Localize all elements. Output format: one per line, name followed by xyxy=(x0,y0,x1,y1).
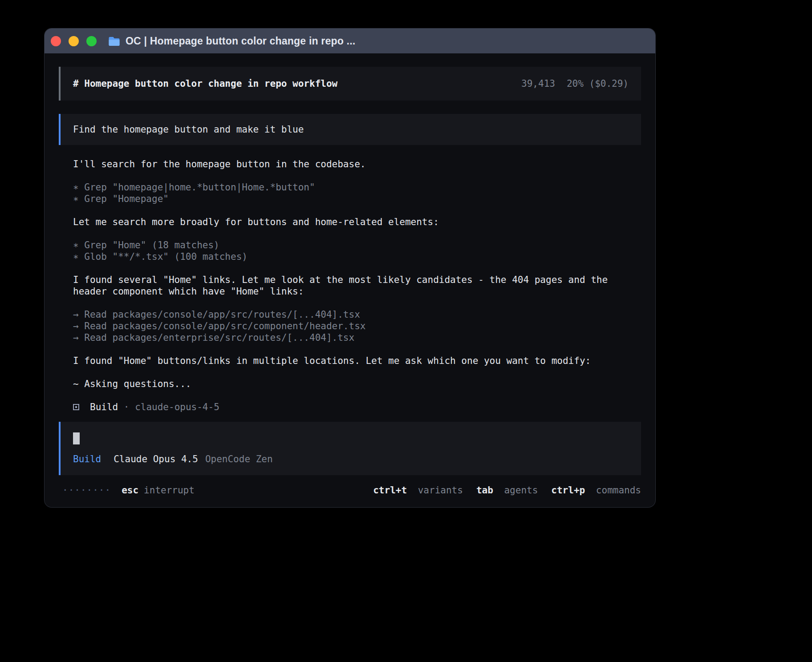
transcript-text: I found "Home" buttons/links in multiple… xyxy=(73,355,591,366)
traffic-lights xyxy=(51,36,97,46)
transcript-line: ∗ Grep "Homepage" xyxy=(73,193,641,205)
transcript-text: header component which have "Home" links… xyxy=(73,286,304,297)
session-header: # Homepage button color change in repo w… xyxy=(59,67,641,101)
transcript-text: ∗ Grep "Home" (18 matches) xyxy=(73,240,219,250)
transcript-text: ∗ Glob "**/*.tsx" (100 matches) xyxy=(73,251,248,262)
esc-key-label: interrupt xyxy=(144,485,195,496)
transcript-line: ~ Asking questions... xyxy=(73,378,641,390)
zoom-button[interactable] xyxy=(86,36,97,46)
session-title: # Homepage button color change in repo w… xyxy=(73,78,337,89)
transcript-text: claude-opus-4-5 xyxy=(135,402,219,412)
provider-name: OpenCode Zen xyxy=(205,454,273,464)
shortcut-commands: ctrl+p commands xyxy=(551,485,641,496)
esc-key-hint: esc xyxy=(122,485,138,496)
transcript-line: Build · claude-opus-4-5 xyxy=(73,401,641,413)
transcript-text: · xyxy=(118,402,135,412)
transcript-line: → Read packages/enterprise/src/routes/[.… xyxy=(73,332,641,343)
transcript-line xyxy=(73,367,641,378)
transcript-line xyxy=(73,297,641,309)
minimize-button[interactable] xyxy=(69,36,79,46)
close-button[interactable] xyxy=(51,36,61,46)
transcript-text: I'll search for the homepage button in t… xyxy=(73,159,365,170)
shortcut-variants: ctrl+t variants xyxy=(373,485,463,496)
status-left: ········ esc interrupt xyxy=(59,485,195,496)
transcript-line xyxy=(73,205,641,216)
transcript-text: ∗ Grep "Homepage" xyxy=(73,194,169,204)
transcript-line: I found several "Home" links. Let me loo… xyxy=(73,274,641,286)
transcript-line: → Read packages/console/app/src/componen… xyxy=(73,320,641,332)
transcript-text: → Read packages/enterprise/src/routes/[.… xyxy=(73,332,354,343)
token-count: 39,413 xyxy=(521,78,555,89)
spinner-dots: ········ xyxy=(62,485,111,496)
status-shortcuts: ctrl+t variants tab agents ctrl+p comman… xyxy=(373,485,641,496)
titlebar[interactable]: OC | Homepage button color change in rep… xyxy=(45,28,655,53)
transcript-line xyxy=(73,228,641,239)
transcript-text: → Read packages/console/app/src/componen… xyxy=(73,321,365,331)
transcript-text: ~ Asking questions... xyxy=(73,379,191,389)
transcript-line xyxy=(73,262,641,274)
transcript-text: ∗ Grep "homepage|home.*button|Home.*butt… xyxy=(73,182,315,193)
transcript-line: I found "Home" buttons/links in multiple… xyxy=(73,355,641,367)
transcript-line: ∗ Grep "homepage|home.*button|Home.*butt… xyxy=(73,182,641,193)
window-title: OC | Homepage button color change in rep… xyxy=(126,35,355,47)
text-cursor xyxy=(73,432,80,444)
transcript-text: Let me search more broadly for buttons a… xyxy=(73,217,439,227)
transcript-line: → Read packages/console/app/src/routes/[… xyxy=(73,309,641,320)
agent-selector[interactable]: Build xyxy=(73,454,101,464)
transcript-line: I'll search for the homepage button in t… xyxy=(73,158,641,170)
terminal-window: OC | Homepage button color change in rep… xyxy=(45,28,655,507)
model-line: Build Claude Opus 4.5 OpenCode Zen xyxy=(73,454,273,464)
message-input-area[interactable]: Build Claude Opus 4.5 OpenCode Zen xyxy=(59,422,641,475)
transcript-line xyxy=(73,343,641,355)
shortcut-agents: tab agents xyxy=(476,485,538,496)
transcript-line: ∗ Glob "**/*.tsx" (100 matches) xyxy=(73,251,641,262)
transcript-line xyxy=(73,390,641,401)
user-message-text: Find the homepage button and make it blu… xyxy=(73,124,304,135)
transcript-line: header component which have "Home" links… xyxy=(73,286,641,297)
transcript-text: → Read packages/console/app/src/routes/[… xyxy=(73,309,360,320)
agent-box-icon xyxy=(73,404,79,410)
context-usage: 20% ($0.29) xyxy=(567,78,629,89)
transcript-text: I found several "Home" links. Let me loo… xyxy=(73,274,608,285)
model-name: Claude Opus 4.5 xyxy=(114,454,198,464)
transcript-line: Let me search more broadly for buttons a… xyxy=(73,216,641,228)
folder-icon xyxy=(108,36,120,46)
transcript: I'll search for the homepage button in t… xyxy=(73,158,641,413)
terminal-content: # Homepage button color change in repo w… xyxy=(45,67,655,496)
transcript-text: Build xyxy=(90,402,118,412)
session-stats: 39,413 20% ($0.29) xyxy=(521,78,629,89)
user-message: Find the homepage button and make it blu… xyxy=(59,114,641,145)
transcript-line xyxy=(73,170,641,182)
transcript-line: ∗ Grep "Home" (18 matches) xyxy=(73,239,641,251)
status-bar: ········ esc interrupt ctrl+t variants t… xyxy=(59,485,641,496)
